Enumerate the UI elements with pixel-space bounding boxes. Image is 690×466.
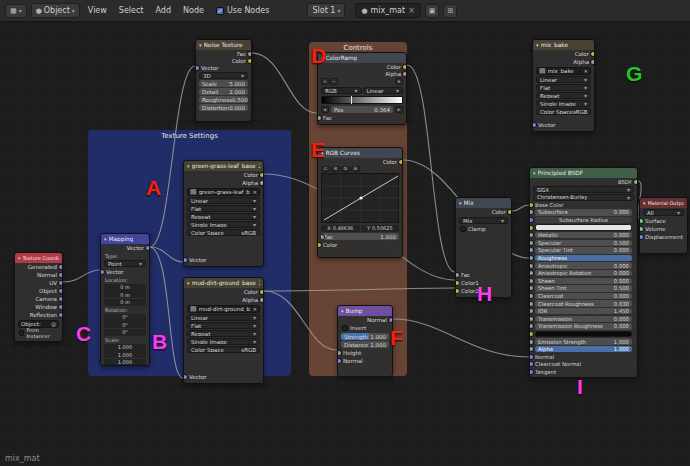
input-clearcoat-normal[interactable]: Clearcoat Normal [530, 361, 637, 369]
extension-dropdown[interactable]: Repeat▾ [536, 92, 591, 99]
input-vector[interactable]: Vector [184, 256, 263, 264]
prev-stop-icon[interactable]: ◂ [321, 106, 329, 113]
input-fac[interactable]: Fac [456, 271, 511, 279]
scale-x-field[interactable]: 1.000 [104, 344, 146, 351]
color-swatch[interactable] [535, 331, 632, 337]
curve-graph[interactable] [321, 173, 399, 223]
unlink-icon[interactable]: × [408, 6, 415, 15]
menu-node[interactable]: Node [179, 4, 208, 17]
input-height[interactable]: Height [338, 349, 392, 357]
subsurface-method-dropdown[interactable]: Christensen-Burley▾ [533, 194, 634, 201]
output-normal[interactable]: Normal [15, 271, 62, 279]
node-header[interactable]: ▾ RGB Curves [318, 148, 402, 158]
input-clearcoat[interactable]: Clearcoat0.000 [530, 292, 637, 300]
node-colorramp[interactable]: ▾ ColorRamp Color Alpha + − ▾ RGB▾ Linea… [317, 52, 407, 125]
projection-dropdown[interactable]: Flat▾ [187, 205, 260, 212]
output-window[interactable]: Window [15, 303, 62, 311]
color-swatch[interactable] [535, 224, 632, 230]
input-emission-strength[interactable]: Emission Strength1.000 [530, 338, 637, 346]
input-vector[interactable]: Vector [184, 373, 263, 381]
input-volume[interactable]: Volume [640, 225, 687, 233]
fake-user-button[interactable]: ▣ [425, 4, 440, 18]
input-sheen-tint[interactable]: Sheen Tint0.500 [530, 285, 637, 293]
input-vector[interactable]: Vector [533, 121, 594, 129]
interpolation-dropdown[interactable]: Linear▾ [187, 314, 260, 321]
node-material-output[interactable]: ▾ Material Output All▾ Surface Volume Di… [639, 197, 688, 254]
node-image-texture-grass[interactable]: ▾ green-grass-leaf_base_2k.jpg Color Alp… [183, 160, 264, 267]
output-uv[interactable]: UV [15, 279, 62, 287]
node-mix-bake-image-texture[interactable]: ▾ mix_bake Color Alpha ▤ mix_bake × Line… [532, 39, 595, 132]
input-metallic[interactable]: Metallic0.000 [530, 231, 637, 239]
remove-stop-button[interactable]: − [330, 78, 338, 85]
output-color[interactable]: Color [318, 158, 402, 165]
input-color[interactable]: Color [318, 241, 402, 248]
extension-dropdown[interactable]: Repeat▾ [187, 330, 260, 337]
scale-z-field[interactable]: 1.000 [104, 359, 146, 366]
menu-view[interactable]: View [84, 4, 111, 17]
input-ior[interactable]: IOR1.450 [530, 307, 637, 315]
close-icon[interactable]: × [252, 306, 257, 312]
node-bump[interactable]: ▾ Bump Normal Invert Strength 1.000 Dist… [337, 305, 393, 377]
fac-slider[interactable]: Fac1.000 [321, 233, 399, 240]
node-header[interactable]: ▾ Texture Coordinate [15, 253, 62, 263]
input-sheen[interactable]: Sheen0.000 [530, 277, 637, 285]
channel-r-button[interactable]: R [331, 166, 340, 172]
location-x-field[interactable]: 0 m [104, 284, 146, 291]
channel-g-button[interactable]: G [341, 166, 350, 172]
close-icon[interactable]: × [252, 189, 257, 195]
blend-mode-dropdown[interactable]: Mix▾ [459, 217, 508, 224]
node-header[interactable]: ▾ Mapping [101, 234, 149, 244]
node-header[interactable]: ▾ Mix [456, 198, 511, 208]
node-mix-rgb[interactable]: ▾ Mix Color Mix▾ Clamp Fac Color1 Color2 [455, 197, 512, 298]
node-mapping[interactable]: ▾ Mapping Vector Type: Point▾ Vector Loc… [100, 233, 150, 366]
rotation-y-field[interactable]: 0° [104, 321, 146, 328]
image-datablock-field[interactable]: ▤ mix_bake × [536, 67, 591, 75]
output-alpha[interactable]: Alpha [184, 179, 263, 187]
input-transmission-roughness[interactable]: Transmission Roughness0.000 [530, 323, 637, 331]
location-z-field[interactable]: 0 m [104, 299, 146, 306]
input-base-color[interactable]: Base Color [530, 201, 637, 209]
gradient-stop-marker[interactable] [351, 96, 352, 104]
distance-slider[interactable]: Distance 1.000 [341, 341, 389, 348]
new-material-button[interactable]: ⊞ [443, 4, 457, 18]
input-specular-tint[interactable]: Specular Tint0.000 [530, 247, 637, 255]
input-alpha[interactable]: Alpha1.000 [530, 345, 637, 353]
menu-select[interactable]: Select [115, 4, 148, 17]
node-image-texture-mud[interactable]: ▾ mud-dirt-ground_base_2k.jpg Color Alph… [183, 277, 264, 384]
node-header[interactable]: ▾ Noise Texture [196, 40, 251, 50]
input-surface[interactable]: Surface [640, 217, 687, 225]
shader-type-dropdown[interactable]: ● Object ▾ [31, 3, 80, 18]
output-alpha[interactable]: Alpha [184, 296, 263, 304]
distortion-slider[interactable]: Distortion0.000 [199, 104, 248, 111]
input-anisotropic[interactable]: Anisotropic0.000 [530, 262, 637, 270]
input-emission[interactable] [530, 330, 637, 338]
close-icon[interactable]: × [583, 68, 588, 74]
material-name-field[interactable]: ● mix_mat × [355, 3, 420, 18]
output-normal[interactable]: Normal [338, 316, 392, 324]
node-header[interactable]: ▾ green-grass-leaf_base_2k.jpg [184, 161, 263, 171]
input-subsurface-radius[interactable]: Subsurface Radius [530, 216, 637, 224]
channel-b-button[interactable]: B [351, 166, 360, 172]
node-header[interactable]: ▾ ColorRamp [318, 53, 406, 63]
point-x-field[interactable]: X0.48636 [321, 225, 360, 232]
source-dropdown[interactable]: Single Image▾ [536, 100, 591, 107]
from-instancer-checkbox[interactable]: From Instancer [15, 329, 62, 337]
output-color[interactable]: Color [318, 63, 406, 70]
output-alpha[interactable]: Alpha [533, 58, 594, 66]
node-header[interactable]: ▾ mud-dirt-ground_base_2k.jpg [184, 278, 263, 288]
output-color[interactable]: Color [456, 208, 511, 216]
target-dropdown[interactable]: All▾ [643, 209, 684, 216]
output-generated[interactable]: Generated [15, 263, 62, 271]
output-reflection[interactable]: Reflection [15, 311, 62, 319]
roughness-slider[interactable]: Roughness0.500 [199, 96, 248, 103]
input-vector[interactable]: Vector [196, 64, 251, 71]
output-alpha[interactable]: Alpha [318, 70, 406, 77]
input-anisotropic-rotation[interactable]: Anisotropic Rotation0.000 [530, 269, 637, 277]
distribution-dropdown[interactable]: GGX▾ [533, 186, 634, 193]
location-y-field[interactable]: 0 m [104, 291, 146, 298]
interpolation-dropdown[interactable]: Linear▾ [187, 197, 260, 204]
input-normal[interactable]: Normal [338, 357, 392, 365]
editor-type-button[interactable]: ▦ ▾ [5, 4, 27, 18]
output-color[interactable]: Color [533, 50, 594, 58]
input-tangent[interactable]: Tangent [530, 368, 637, 376]
